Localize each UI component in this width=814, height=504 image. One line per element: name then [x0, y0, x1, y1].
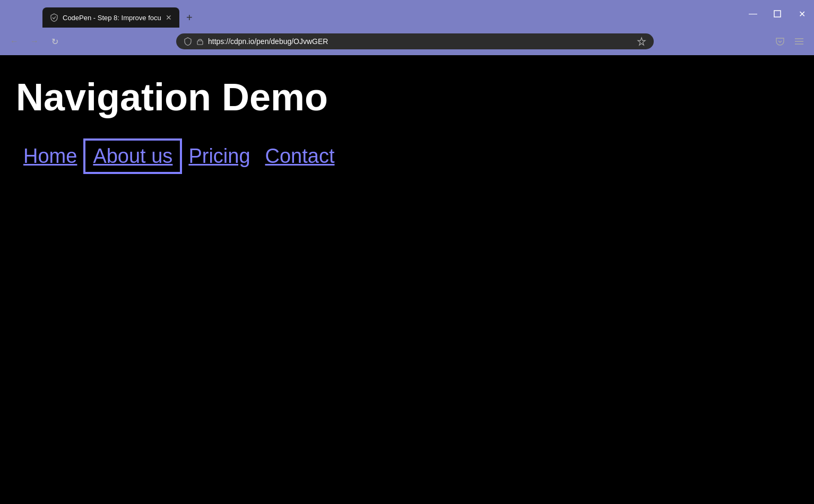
browser-tab[interactable]: CodePen - Step 8: Improve focu ✕: [42, 7, 179, 28]
tab-favicon: [50, 13, 58, 22]
nav-link-contact[interactable]: Contact: [258, 141, 342, 172]
address-input-wrap[interactable]: https://cdpn.io/pen/debug/OJvwGER: [176, 33, 654, 49]
maximize-button[interactable]: [765, 4, 790, 23]
nav-link-home[interactable]: Home: [16, 141, 84, 172]
bookmark-star-icon[interactable]: [637, 37, 646, 46]
browser-window: CodePen - Step 8: Improve focu ✕ + — ✕ ←…: [0, 0, 814, 504]
lock-icon: [196, 38, 204, 45]
navigation: Home About us Pricing Contact: [16, 140, 798, 173]
page-title: Navigation Demo: [16, 76, 798, 118]
minimize-button[interactable]: —: [741, 4, 765, 23]
browser-chrome: CodePen - Step 8: Improve focu ✕ + — ✕ ←…: [0, 0, 814, 55]
close-button[interactable]: ✕: [790, 4, 814, 23]
window-controls: — ✕: [741, 4, 814, 23]
url-display: https://cdpn.io/pen/debug/OJvwGER: [208, 37, 633, 46]
tab-bar: CodePen - Step 8: Improve focu ✕ + — ✕: [0, 0, 814, 28]
pocket-icon[interactable]: [772, 33, 789, 50]
nav-link-about[interactable]: About us: [84, 140, 181, 173]
menu-icon[interactable]: [791, 33, 808, 50]
address-bar: ← → ↻ https://cdpn.io/pen/debug/OJvwGER: [0, 28, 814, 55]
new-tab-button[interactable]: +: [181, 10, 197, 25]
tab-title: CodePen - Step 8: Improve focu: [63, 14, 161, 22]
nav-link-pricing[interactable]: Pricing: [181, 141, 257, 172]
refresh-button[interactable]: ↻: [47, 33, 63, 49]
toolbar-right: [772, 33, 808, 50]
page-content: Navigation Demo Home About us Pricing Co…: [0, 55, 814, 504]
shield-icon: [184, 37, 192, 46]
tab-close-button[interactable]: ✕: [166, 13, 172, 22]
svg-rect-1: [197, 41, 203, 45]
forward-button[interactable]: →: [27, 33, 42, 49]
svg-rect-0: [774, 11, 781, 17]
back-button[interactable]: ←: [6, 33, 22, 49]
